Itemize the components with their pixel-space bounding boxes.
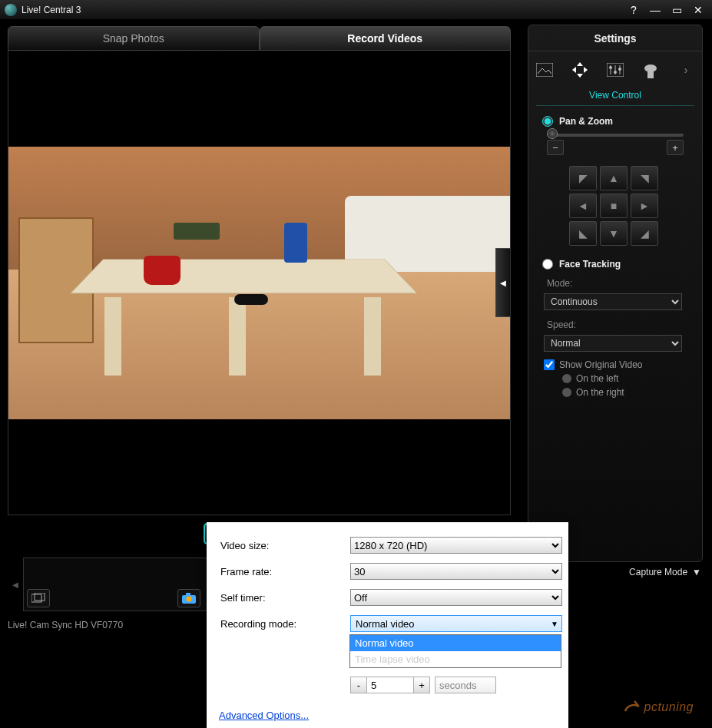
panel-collapse-handle[interactable]: ◄ [495,248,510,317]
video-preview [8,147,510,419]
svg-point-10 [614,71,617,74]
face-tracking-radio[interactable] [542,259,553,270]
frame-rate-label: Frame rate: [208,559,336,584]
on-left-label: On the left [576,373,618,384]
pan-down-left[interactable]: ◣ [569,221,597,246]
svg-rect-6 [186,593,190,596]
capture-snapshot-button[interactable] [177,589,200,607]
show-original-label: Show Original Video [559,359,643,370]
chevron-down-icon: ▼ [551,620,558,628]
timelapse-value[interactable]: 5 [367,677,413,693]
thumb-prev[interactable]: ◄ [8,558,23,611]
timelapse-unit-select[interactable]: seconds [435,677,496,693]
gallery-button[interactable] [27,589,50,607]
pan-up-left[interactable]: ◤ [569,166,597,190]
pan-up-right[interactable]: ◥ [631,166,658,190]
app-icon [5,4,17,16]
zoom-out-button[interactable]: − [547,140,564,155]
svg-point-13 [644,65,657,72]
svg-rect-7 [536,63,553,77]
pan-zoom-radio[interactable] [542,116,553,127]
zoom-slider[interactable] [547,134,684,137]
on-right-label: On the right [576,387,624,398]
pan-right[interactable]: ► [631,194,658,218]
recording-mode-label: Recording mode: [208,611,336,636]
chevron-down-icon: ▼ [692,567,701,577]
ft-speed-label: Speed: [528,318,702,332]
svg-point-5 [187,597,192,602]
more-settings-icon[interactable]: › [677,61,695,79]
camera-icon [182,593,196,604]
pan-down-right[interactable]: ◢ [631,221,658,246]
tab-snap-photos[interactable]: Snap Photos [8,26,260,51]
image-settings-icon[interactable] [535,61,554,79]
pan-down[interactable]: ▼ [600,221,628,246]
self-timer-select[interactable]: Off [350,589,562,606]
svg-point-9 [609,66,612,69]
pan-up[interactable]: ▲ [600,166,628,190]
recording-mode-dropdown-list: Normal video Time lapse video [349,634,561,668]
view-control-icon[interactable] [571,61,589,79]
minimize-button[interactable]: ― [644,2,666,18]
show-original-checkbox[interactable] [544,359,555,370]
face-tracking-label: Face Tracking [559,259,621,270]
adjust-settings-icon[interactable] [606,61,624,79]
capture-mode-toggle[interactable]: Capture Mode ▼ [629,567,701,577]
window-title: Live! Central 3 [22,5,623,15]
device-name: Live! Cam Sync HD VF0770 [8,620,123,630]
gallery-icon [31,593,45,604]
tab-record-videos[interactable]: Record Videos [260,26,512,51]
ft-speed-select[interactable]: Normal [544,335,682,352]
recording-mode-select[interactable]: Normal video ▼ [350,615,562,632]
effects-icon[interactable] [641,61,660,79]
help-button[interactable]: ? [623,2,644,18]
watermark: pctuning [624,699,694,714]
pan-left[interactable]: ◄ [569,194,597,218]
timelapse-decrement[interactable]: - [350,677,367,693]
section-view-control: View Control [536,87,694,106]
self-timer-label: Self timer: [208,585,336,610]
close-button[interactable]: ✕ [687,2,709,18]
pan-center[interactable]: ■ [600,194,628,218]
svg-point-11 [618,68,621,71]
advanced-options-link[interactable]: Advanced Options... [219,710,309,721]
record-options-popup: Video size: 1280 x 720 (HD) Frame rate: … [207,522,568,728]
zoom-in-button[interactable]: + [667,140,684,155]
video-size-label: Video size: [208,533,336,558]
settings-header: Settings [528,25,702,51]
recording-mode-option-timelapse[interactable]: Time lapse video [350,651,561,667]
on-left-radio[interactable] [562,374,571,383]
ft-mode-label: Mode: [528,276,702,290]
ft-mode-select[interactable]: Continuous [544,293,682,310]
video-size-select[interactable]: 1280 x 720 (HD) [350,537,562,554]
recording-mode-option-normal[interactable]: Normal video [350,635,561,651]
maximize-button[interactable]: ▭ [666,2,687,18]
frame-rate-select[interactable]: 30 [350,563,562,580]
pan-zoom-label: Pan & Zoom [559,116,613,127]
timelapse-increment[interactable]: + [413,677,430,693]
on-right-radio[interactable] [562,388,571,397]
